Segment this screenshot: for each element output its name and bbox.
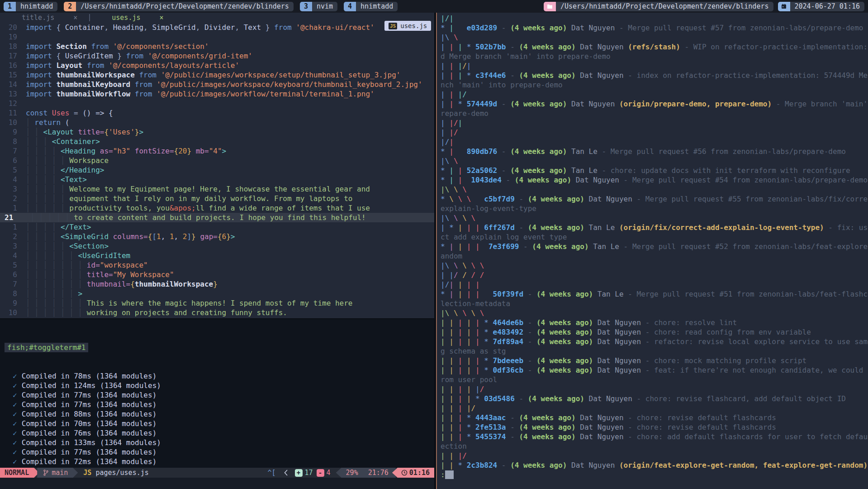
text-segment: | [441,337,449,346]
text-segment: / [462,451,467,460]
text-segment: <UseGridItem [78,251,131,260]
code-area[interactable]: 20import { Container, Heading, SimpleGri… [0,23,434,318]
text-segment: | [458,356,467,365]
editor-pane[interactable]: title.js×uses.js× JS uses.js 20import { … [0,13,434,489]
text-segment: Merge pull request #56 from zenonian-lab… [611,147,846,156]
text-segment: | [475,356,484,365]
text-segment: - [506,71,519,80]
text-segment: | [467,318,475,327]
git-log-row: |/| [441,137,868,147]
text-segment: '@/public/images/workspace/setup/thumbna… [161,71,401,79]
text-segment: , [174,232,183,241]
indent-guide: │ [34,185,43,193]
indent-guide: │ [34,194,43,203]
text-segment: | [458,166,467,175]
buffer-tab-uses.js[interactable]: uses.js× [90,14,175,22]
code-text [17,99,26,108]
text-segment: | [449,432,458,441]
text-segment: 464de6b [493,318,523,327]
git-log-row: * | | | | 50f39fd - (4 weeks ago) Tan Le… [441,289,868,299]
code-text: import thumbnailKeyboard from '@/public/… [17,80,422,89]
text-segment: / [462,62,467,70]
code-text: │ │ │ │ │ │ │ thumbnail={thumbnailWorksp… [17,279,218,289]
text-segment: columns [113,232,143,241]
text-segment: * [484,366,493,374]
git-log-row: lection-metadata [441,299,868,308]
text-segment: | [449,328,458,336]
tmux-window[interactable]: 4hnimtadd [344,2,398,11]
code-line: 10│ │ │ │ │ │ │ working on projects and … [0,308,434,317]
code-text: │ │ │ │ │ │ │ working on projects and cr… [17,308,287,317]
text-segment: 2fe513a [475,423,506,431]
indent-guide: │ [26,289,34,298]
indent-guide: │ [26,175,34,184]
text-segment: Text [244,23,261,32]
terminal-line-text: Compiled in 77ms (1364 modules) [22,391,157,399]
text-segment: (refs/stash) [628,43,680,51]
text-segment: Dat Nguyen [584,394,632,403]
text-segment: &apos; [170,204,196,212]
terminal-line-text: Compiled in 70ms (1364 modules) [22,419,157,428]
git-log-row: | | | * 4443aac - (4 weeks ago) Dat Nguy… [441,413,868,422]
text-segment: 7bdeeeb [493,356,523,365]
clock-icon [401,470,408,476]
text-segment: - [824,223,837,232]
text-segment: - [506,43,519,51]
toggleterm-pane[interactable]: fish;#toggleterm#1 ✓Compiled in 78ms (13… [0,319,434,472]
text-segment: (4 weeks ago) [536,290,593,298]
text-segment: | [441,328,449,336]
text-segment: , [196,23,204,32]
terminal-output: ✓Compiled in 78ms (1364 modules)✓Compile… [0,371,434,472]
text-segment: Layout [56,61,86,70]
text-segment: 502b7bb [475,43,506,51]
indent-guide: │ [61,156,69,165]
tmux-window[interactable]: 1hnimtadd [4,2,57,11]
indent-guide: │ [43,223,52,231]
text-segment: Dat Nguyen [584,195,632,203]
text-segment: Merge pull request #55 from zenonian-lab… [645,195,868,203]
text-segment: (4 weeks ago) [519,71,575,80]
text-segment: import [26,90,56,98]
indent-guide: │ [34,261,43,269]
text-segment: / [467,271,475,279]
tmux-window-label: hnimtadd [16,2,57,11]
indent-guide: │ [43,261,52,269]
text-segment: : [441,470,445,479]
text-segment: * [458,100,467,108]
tmux-window[interactable]: 2/Users/hnimtadd/Project/Development/zen… [64,2,294,11]
text-segment: | [467,242,475,251]
git-branch-icon [43,470,48,476]
git-log-pane[interactable]: |/|* | e03d289 - (4 weeks ago) Dat Nguye… [437,13,868,489]
text-segment: Dat Nguyen [576,432,624,441]
line-number: 9 [0,298,17,308]
indent-guide: │ [34,242,43,250]
text-segment: |\ [441,157,454,165]
text-segment: (origin/feat-explore-get-random, feat-ex… [619,461,868,470]
close-icon[interactable]: × [141,14,175,22]
indent-guide: │ [69,261,78,269]
indent-guide: │ [26,280,34,288]
indent-guide: │ [26,308,34,317]
text-segment: |/ [441,280,449,289]
text-segment: | [449,404,458,412]
indent-guide: │ [52,289,61,298]
text-segment: repare-demo [441,109,489,118]
terminal-line: ✓Compiled in 76ms (1364 modules) [0,428,434,438]
text-segment: d Merge branch 'main' into prepare-demo [441,52,611,61]
buffer-tab-title.js[interactable]: title.js× [0,14,89,22]
text-segment: 6ff267d [484,223,514,232]
text-segment: = [100,128,104,136]
text-segment: Tan Le [567,166,597,175]
text-segment: * [467,423,475,431]
git-log-row: | | | | |/ [441,384,868,394]
close-icon[interactable]: × [54,14,89,22]
indent-guide: │ [69,289,78,298]
tmux-window[interactable]: 3nvim [300,2,337,11]
indent-guide: │ [43,299,52,307]
code-text: import thumbnailWorkflow from '@/public/… [17,89,375,99]
code-line: 14import thumbnailKeyboard from '@/publi… [0,80,434,89]
text-segment: * [441,290,449,298]
text-segment: as [100,147,109,155]
line-number: 9 [0,127,17,137]
indent-guide: │ [43,308,52,317]
